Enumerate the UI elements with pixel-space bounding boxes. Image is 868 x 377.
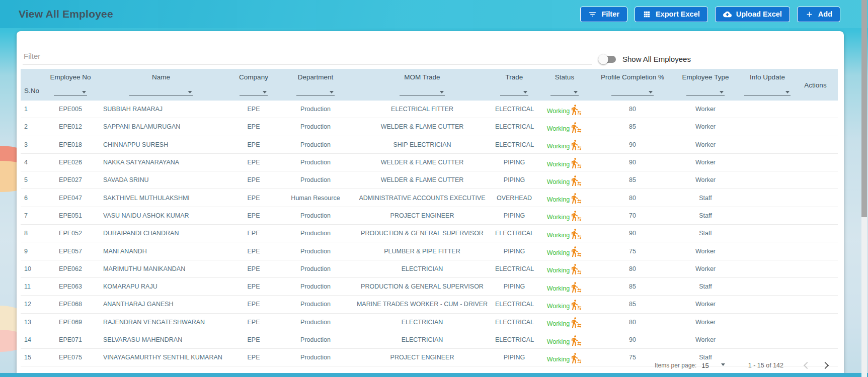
cell-status: Working (533, 175, 596, 185)
filter-button[interactable]: Filter (580, 7, 627, 22)
trade-filter-select[interactable] (500, 87, 528, 96)
cell-sno: 11 (21, 283, 44, 290)
cell-profile-completion: 80 (596, 106, 669, 113)
status-working-label: Working (547, 161, 570, 168)
person-transfer-icon[interactable] (571, 263, 582, 275)
cell-status: Working (533, 246, 596, 256)
cell-trade: ELECTRICAL (495, 123, 533, 130)
cell-department: Human Resource (282, 195, 349, 202)
cell-mom-trade: MARINE TRADES WORKER - CUM - DRIVER (349, 301, 495, 308)
employee-no-filter-select[interactable] (54, 87, 87, 96)
chevron-down-caret (649, 91, 653, 93)
table-row: 10EPE062MARIMUTHU MANIKANDANEPEProductio… (21, 260, 838, 278)
cell-profile-completion: 90 (596, 141, 669, 148)
employee-type-filter-select[interactable] (686, 87, 725, 96)
cell-name: SAKTHIVEL MUTHULAKSHMI (97, 195, 225, 202)
cell-employee-no: EPE063 (44, 283, 97, 290)
person-transfer-icon[interactable] (571, 317, 582, 328)
cell-sno: 13 (21, 319, 44, 326)
person-transfer-icon[interactable] (571, 193, 582, 204)
person-transfer-icon[interactable] (571, 139, 582, 151)
cell-trade: ELECTRICAL (495, 301, 533, 308)
status-working-label: Working (547, 196, 570, 203)
page-range-label: 1 - 15 of 142 (748, 362, 783, 369)
cell-employee-type: Worker (669, 176, 742, 183)
info-update-filter-select[interactable] (744, 87, 791, 96)
cell-department: Production (282, 336, 349, 343)
cell-mom-trade: WELDER & FLAME CUTTER (349, 123, 495, 130)
bottom-band (0, 373, 868, 377)
cell-department: Production (282, 319, 349, 326)
status-working-label: Working (547, 249, 570, 256)
cell-mom-trade: PROJECT ENGINEER (349, 212, 495, 219)
name-filter-select[interactable] (129, 87, 193, 96)
person-transfer-icon[interactable] (571, 299, 582, 311)
cell-status: Working (533, 157, 596, 168)
cell-sno: 8 (21, 230, 44, 237)
chevron-down-caret (440, 91, 444, 93)
cell-employee-no: EPE069 (44, 319, 97, 326)
person-transfer-icon[interactable] (571, 157, 582, 169)
person-transfer-icon[interactable] (571, 122, 582, 133)
cell-profile-completion: 90 (596, 230, 669, 237)
cell-status: Working (533, 299, 596, 310)
cell-company: EPE (225, 336, 282, 343)
status-working-label: Working (547, 178, 570, 185)
person-transfer-icon[interactable] (571, 335, 582, 346)
cell-name: SELVARASU MAHENDRAN (97, 336, 225, 343)
mom-trade-filter-select[interactable] (400, 87, 445, 96)
cell-status: Working (533, 193, 596, 203)
upload-excel-button[interactable]: Upload Excel (715, 7, 790, 22)
person-transfer-icon[interactable] (571, 281, 582, 293)
cell-profile-completion: 90 (596, 159, 669, 166)
department-filter-select[interactable] (296, 87, 335, 96)
add-button[interactable]: Add (797, 7, 840, 22)
column-header-name: Name (97, 69, 225, 101)
person-transfer-icon[interactable] (571, 228, 582, 240)
export-excel-button[interactable]: Export Excel (635, 7, 708, 22)
cell-name: CHINNAPPU SURESH (97, 141, 225, 148)
person-transfer-icon[interactable] (571, 210, 582, 222)
status-working-label: Working (547, 125, 570, 132)
person-transfer-icon[interactable] (571, 246, 582, 257)
scrollbar-thumb[interactable] (861, 0, 867, 217)
filter-field (23, 51, 592, 64)
cell-name: VASU NAIDU ASHOK KUMAR (97, 212, 225, 219)
cell-status: Working (533, 317, 596, 327)
page-size-caret-icon[interactable] (721, 363, 725, 366)
cell-company: EPE (225, 141, 282, 148)
chevron-down-caret (330, 91, 334, 93)
next-page-chevron-icon[interactable] (822, 362, 829, 369)
status-working-label: Working (547, 214, 570, 221)
cell-status: Working (533, 228, 596, 239)
table-row: 1EPE005SUBBIAH RAMARAJEPEProductionELECT… (21, 101, 838, 118)
cell-company: EPE (225, 106, 282, 113)
filter-input[interactable] (23, 51, 594, 61)
profile-completion-filter-select[interactable] (611, 87, 654, 96)
person-transfer-icon[interactable] (571, 175, 582, 186)
table-body: 1EPE005SUBBIAH RAMARAJEPEProductionELECT… (21, 101, 838, 366)
person-transfer-icon[interactable] (571, 104, 582, 116)
show-all-employees-toggle[interactable]: Show All Employees (599, 55, 691, 64)
cell-sno: 10 (21, 265, 44, 272)
cell-employee-no: EPE057 (44, 248, 97, 255)
cell-department: Production (282, 123, 349, 130)
cell-trade: PIPING (495, 176, 533, 183)
column-header-mom-trade: MOM Trade (349, 69, 495, 101)
previous-page-chevron-icon[interactable] (804, 362, 811, 369)
toggle-track-icon (599, 56, 616, 63)
cell-mom-trade: PRODUCTION & GENERAL SUPERVISOR (349, 230, 495, 237)
status-filter-select[interactable] (550, 87, 579, 96)
cell-employee-type: Worker (669, 336, 742, 343)
page-size-value[interactable]: 15 (701, 362, 708, 369)
cell-company: EPE (225, 265, 282, 272)
table-row: 11EPE063KOMARAPU RAJUEPEProductionPRODUC… (21, 278, 838, 296)
cell-trade: ELECTRICAL (495, 336, 533, 343)
chevron-down-caret (82, 91, 86, 93)
status-working-label: Working (547, 143, 570, 150)
cell-profile-completion: 90 (596, 336, 669, 343)
company-filter-select[interactable] (240, 87, 268, 96)
filter-list-icon (588, 10, 597, 19)
page-scrollbar[interactable] (861, 0, 867, 377)
cell-employee-no: EPE052 (44, 230, 97, 237)
